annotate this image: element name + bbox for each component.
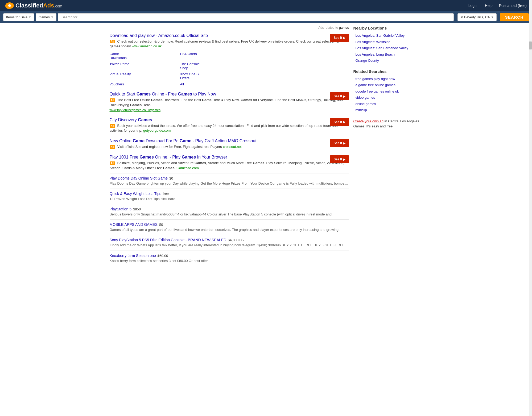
subcategory-label: Games (39, 15, 50, 19)
ad-block-5: Play 1001 Free Games Online! - Play Game… (110, 152, 349, 173)
ad-sub-links-1: Game Downloads PS4 Offers Twitch Prime T… (110, 50, 243, 86)
nearby-link-0[interactable]: Los Angeles: San Gabriel Valley (353, 32, 423, 39)
search-input[interactable] (58, 13, 454, 21)
sidebar: Nearby Locations Los Angeles: San Gabrie… (353, 26, 423, 266)
create-ad-link[interactable]: Create your own ad (353, 119, 383, 123)
nearby-title: Nearby Locations (353, 26, 423, 30)
ad-url-3[interactable]: getyourguide.com (143, 128, 171, 132)
ads-label: Ads related to games (110, 26, 349, 30)
listing-price-5: $4,000.00/... (228, 238, 247, 242)
ads-keyword: games (339, 26, 349, 30)
ad-block-1: Download and play now - Amazon.co.uk Off… (110, 31, 349, 89)
sub-link-virtual-reality[interactable]: Virtual Reality (110, 72, 172, 80)
ad-url-5[interactable]: Gamesito.com (176, 166, 199, 170)
ad-badge-4: Ad (110, 145, 115, 149)
nearby-link-2[interactable]: Los Angeles: San Fernando Valley (353, 45, 423, 51)
create-ad-text: Create your own ad in Central Los Angele… (353, 119, 423, 129)
listing-desc-2: 12 Proven Weight Loss Diet Tips click ha… (110, 197, 349, 201)
related-link-4[interactable]: online games (353, 101, 423, 107)
ad-title-4[interactable]: New Online Game Download For Pc Game - P… (110, 139, 349, 143)
related-link-0[interactable]: free games play right now (353, 76, 423, 82)
category-label: Items for Sale (6, 15, 27, 19)
listing-desc-4: Games of all types are a great part of o… (110, 227, 349, 232)
listing-desc-3: Serious buyers only Snapchat mandy5003m4… (110, 212, 349, 217)
ad-title-3[interactable]: City Discovery Games (110, 118, 349, 122)
related-link-2[interactable]: google free games online uk (353, 88, 423, 95)
ad-badge-5: Ad (110, 161, 115, 165)
listing-5: Sony PlayStation 5 PS5 Disc Edition Cons… (110, 235, 349, 251)
see-it-btn-2[interactable]: See It (330, 92, 349, 100)
logo-ads: Ads (43, 2, 54, 9)
nearby-link-4[interactable]: Orange County (353, 57, 423, 64)
logo-area: ClassifiedAds.com (5, 2, 62, 9)
sub-link-twitch-prime[interactable]: Twitch Prime (110, 62, 172, 70)
nearby-link-1[interactable]: Los Angeles: Westside (353, 39, 423, 45)
related-link-3[interactable]: video games (353, 94, 423, 101)
site-logo[interactable]: ClassifiedAds.com (15, 2, 62, 9)
listing-title-5[interactable]: Sony PlayStation 5 PS5 Disc Edition Cons… (110, 238, 226, 242)
ad-body-4: Ad Visit official Site and register now … (110, 144, 349, 149)
logo-icon (5, 2, 14, 9)
category-dropdown[interactable]: Items for Sale ▼ (3, 13, 34, 21)
listing-1: Play Dooms Day Online Slot Game$0 Play D… (110, 173, 349, 189)
listing-price-3: $850 (133, 207, 141, 211)
related-link-1[interactable]: a game free online games (353, 82, 423, 88)
nearby-locations-section: Nearby Locations Los Angeles: San Gabrie… (353, 26, 423, 64)
ad-body-5: Ad Solitaire, Mahjong, Puzzles, Action a… (110, 161, 349, 170)
listing-title-1[interactable]: Play Dooms Day Online Slot Game (110, 176, 168, 180)
ad-body-2: Ad The Best Free Online Games Reviewed. … (110, 98, 349, 107)
sub-link-ps4-offers[interactable]: PS4 Offers (180, 52, 243, 60)
ad-url-2[interactable]: www.top5onlinegames.co.uk/games (110, 108, 349, 112)
location-dropdown[interactable]: in Beverly Hills, CA ▼ (457, 13, 496, 21)
sub-link-console-shop[interactable]: The Console Shop (180, 62, 243, 70)
logo-dotcom: .com (54, 4, 62, 8)
content-area: Ads related to games Download and play n… (110, 26, 349, 266)
subcategory-dropdown[interactable]: Games ▼ (36, 13, 56, 21)
see-it-btn-5[interactable]: See It (330, 155, 349, 163)
related-link-5[interactable]: miniclip (353, 107, 423, 113)
listing-title-2[interactable]: Quick & Easy Weight Loss Tips (110, 192, 161, 196)
search-button[interactable]: SEARCH (500, 13, 529, 21)
ad-title-2[interactable]: Quick to Start Games Online - Free Games… (110, 92, 349, 97)
ad-badge-2: Ad (110, 98, 115, 102)
ads-related-text: Ads related to (318, 26, 339, 30)
logo-classified: Classified (15, 2, 43, 9)
ad-badge-3: Ad (110, 124, 115, 128)
post-ad-link[interactable]: Post an ad (free) (499, 3, 527, 8)
ad-title-1[interactable]: Download and play now - Amazon.co.uk Off… (110, 33, 349, 38)
help-link[interactable]: Help (485, 3, 493, 8)
login-link[interactable]: Log in (468, 3, 479, 8)
location-label: in Beverly Hills, CA (460, 15, 490, 19)
location-arrow-icon: ▼ (491, 16, 494, 19)
listing-desc-5: Kindly add me on Whats App let's talk be… (110, 243, 349, 248)
search-navbar: Items for Sale ▼ Games ▼ in Beverly Hill… (0, 11, 532, 23)
listing-price-2: free (163, 192, 169, 196)
listing-2: Quick & Easy Weight Loss Tipsfree 12 Pro… (110, 189, 349, 204)
ad-url-4[interactable]: crossout.net (223, 145, 242, 149)
create-ad-section: Create your own ad in Central Los Angele… (353, 119, 423, 129)
see-it-btn-4[interactable]: See It (330, 139, 349, 147)
related-title: Related Searches (353, 69, 423, 74)
scrollbar-track[interactable] (529, 0, 532, 269)
subcategory-arrow-icon: ▼ (51, 16, 53, 19)
listing-title-3[interactable]: PlayStation 5 (110, 207, 132, 211)
ad-body-3: Ad Book your activities without the stre… (110, 123, 349, 133)
category-arrow-icon: ▼ (28, 16, 31, 19)
nearby-link-3[interactable]: Los Angeles: Long Beach (353, 51, 423, 58)
sub-link-game-downloads[interactable]: Game Downloads (110, 52, 172, 60)
scrollbar-thumb[interactable] (529, 41, 532, 49)
listing-desc-1: Play Dooms Day Game brighten up your Day… (110, 181, 349, 186)
main-container: Ads related to games Download and play n… (106, 23, 426, 269)
see-it-btn-1[interactable]: See It (330, 34, 349, 42)
listing-price-1: $0 (169, 176, 173, 180)
ad-block-3: City Discovery Games Ad Book your activi… (110, 115, 349, 136)
listing-title-6[interactable]: Knoxberry farm Season one (110, 253, 156, 258)
ad-url-1[interactable]: www.amazon.co.uk (132, 44, 162, 48)
sub-link-all[interactable]: All (180, 82, 243, 86)
listing-title-4[interactable]: MOBILE APPS AND GAMES (110, 222, 158, 227)
sub-link-vouchers[interactable]: Vouchers (110, 82, 172, 86)
ad-title-5[interactable]: Play 1001 Free Games Online! - Play Game… (110, 155, 349, 160)
sub-link-xbox-offers[interactable]: Xbox One S Offers (180, 72, 243, 80)
see-it-btn-3[interactable]: See It (330, 118, 349, 126)
listing-3: PlayStation 5$850 Serious buyers only Sn… (110, 204, 349, 220)
